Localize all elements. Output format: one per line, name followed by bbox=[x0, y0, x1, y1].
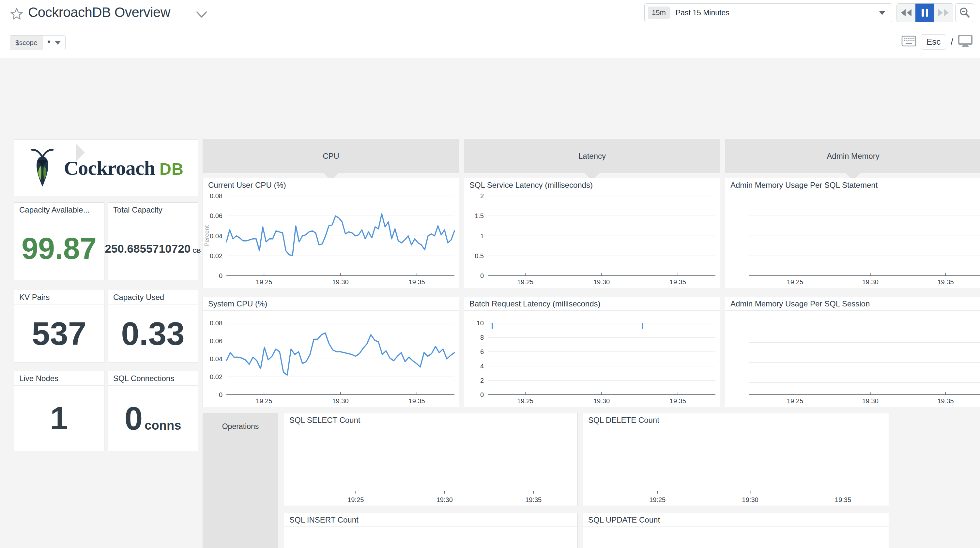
svg-text:2: 2 bbox=[480, 192, 484, 200]
svg-text:0: 0 bbox=[480, 272, 484, 280]
svg-text:19:35: 19:35 bbox=[409, 397, 425, 405]
chart-admin-memory-per-sql-session[interactable]: Admin Memory Usage Per SQL Session 19:25… bbox=[725, 297, 980, 407]
svg-text:19:30: 19:30 bbox=[862, 278, 878, 286]
chart-system-cpu[interactable]: System CPU (%) 00.020.040.060.0819:2519:… bbox=[203, 297, 459, 407]
svg-text:19:25: 19:25 bbox=[787, 278, 803, 286]
svg-text:19:35: 19:35 bbox=[670, 397, 686, 405]
top-bar: CockroachDB Overview 15m Past 15 Minutes… bbox=[0, 0, 980, 58]
keyboard-icon[interactable] bbox=[901, 35, 916, 48]
svg-text:19:30: 19:30 bbox=[436, 496, 453, 504]
chart-title: SQL DELETE Count bbox=[583, 413, 889, 427]
svg-text:1: 1 bbox=[480, 232, 484, 240]
stat-title: KV Pairs bbox=[14, 290, 104, 305]
svg-text:0: 0 bbox=[480, 391, 484, 399]
time-range-badge: 15m bbox=[648, 6, 670, 19]
svg-text:10: 10 bbox=[477, 319, 484, 327]
chart-batch-request-latency[interactable]: Batch Request Latency (milliseconds) 024… bbox=[464, 297, 720, 407]
svg-text:Percent: Percent bbox=[203, 225, 210, 246]
chart-sql-delete-count[interactable]: SQL DELETE Count 19:2519:3019:35 bbox=[583, 413, 889, 506]
group-header-admin-memory[interactable]: Admin Memory bbox=[725, 139, 980, 173]
template-variable-scope[interactable]: $scope * bbox=[10, 35, 65, 50]
svg-text:19:30: 19:30 bbox=[332, 397, 348, 405]
time-range-label: Past 15 Minutes bbox=[676, 8, 729, 17]
group-header-operations[interactable]: Operations bbox=[203, 413, 278, 548]
chart-title: SQL INSERT Count bbox=[284, 513, 578, 527]
svg-text:0: 0 bbox=[219, 391, 223, 399]
svg-text:6: 6 bbox=[480, 348, 484, 355]
svg-text:19:30: 19:30 bbox=[593, 397, 610, 405]
chart-sql-service-latency[interactable]: SQL Service Latency (milliseconds) 00.51… bbox=[464, 178, 720, 288]
svg-text:19:35: 19:35 bbox=[670, 278, 686, 286]
group-header-latency[interactable]: Latency bbox=[464, 139, 720, 173]
scope-variable-value: * bbox=[48, 38, 51, 47]
title-chevron-down-icon[interactable] bbox=[196, 10, 207, 19]
svg-text:19:25: 19:25 bbox=[347, 496, 364, 504]
svg-text:19:30: 19:30 bbox=[593, 278, 610, 286]
stat-title: Total Capacity bbox=[108, 203, 198, 217]
svg-text:0.02: 0.02 bbox=[210, 252, 223, 259]
stat-value: 0 bbox=[125, 402, 143, 435]
svg-text:0.06: 0.06 bbox=[210, 212, 223, 219]
stat-panel-live-nodes[interactable]: Live Nodes 1 bbox=[14, 371, 104, 451]
group-label: CPU bbox=[323, 152, 339, 161]
chart-title: SQL Service Latency (milliseconds) bbox=[464, 178, 720, 192]
playback-controls bbox=[896, 3, 953, 22]
fast-forward-button[interactable] bbox=[934, 3, 953, 22]
chart-title: Admin Memory Usage Per SQL Session bbox=[725, 297, 980, 311]
group-label: Admin Memory bbox=[827, 152, 879, 161]
svg-text:0.08: 0.08 bbox=[210, 319, 223, 327]
svg-text:19:35: 19:35 bbox=[937, 397, 954, 405]
stat-value: 1 bbox=[50, 402, 68, 434]
group-header-cpu[interactable]: CPU bbox=[203, 139, 459, 173]
favorite-star-icon[interactable] bbox=[10, 7, 24, 21]
group-label: Operations bbox=[203, 413, 278, 431]
stat-title: Capacity Used bbox=[108, 290, 198, 305]
chart-title: SQL SELECT Count bbox=[284, 413, 578, 427]
stat-value: 99.87 bbox=[22, 233, 97, 264]
svg-text:19:25: 19:25 bbox=[517, 397, 533, 405]
svg-text:8: 8 bbox=[480, 334, 484, 341]
stat-title: Live Nodes bbox=[14, 371, 104, 386]
pause-button[interactable] bbox=[915, 3, 934, 22]
time-range-picker[interactable]: 15m Past 15 Minutes bbox=[644, 3, 892, 22]
stat-panel-total-capacity[interactable]: Total Capacity 250.6855710720GB bbox=[108, 202, 198, 280]
scope-variable-label: $scope bbox=[10, 35, 43, 50]
svg-text:0.06: 0.06 bbox=[210, 337, 223, 345]
cockroach-bug-icon bbox=[28, 148, 57, 188]
tv-mode-icon[interactable] bbox=[958, 35, 973, 49]
stat-unit: conns bbox=[145, 419, 181, 432]
svg-text:19:30: 19:30 bbox=[332, 278, 348, 286]
chart-title: System CPU (%) bbox=[203, 297, 459, 311]
chart-admin-memory-per-sql-statement[interactable]: Admin Memory Usage Per SQL Statement 19:… bbox=[725, 178, 980, 288]
chart-title: Current User CPU (%) bbox=[203, 178, 459, 192]
time-range-caret-icon bbox=[879, 11, 885, 15]
stat-panel-capacity-used[interactable]: Capacity Used 0.33 bbox=[108, 290, 198, 363]
stat-value: 250.6855710720 bbox=[105, 243, 191, 254]
svg-text:0: 0 bbox=[219, 272, 223, 280]
esc-button[interactable]: Esc bbox=[921, 34, 946, 49]
chart-title: Admin Memory Usage Per SQL Statement bbox=[725, 178, 980, 192]
magnifier-minus-icon bbox=[958, 6, 971, 19]
dashboard-canvas: CockroachDB Capacity Available... 99.87 … bbox=[0, 58, 980, 548]
group-label: Latency bbox=[578, 152, 606, 161]
svg-text:2: 2 bbox=[480, 377, 484, 384]
svg-text:0.5: 0.5 bbox=[475, 252, 484, 259]
stat-unit: GB bbox=[192, 248, 201, 254]
svg-text:0.08: 0.08 bbox=[210, 192, 223, 200]
svg-text:19:25: 19:25 bbox=[517, 278, 533, 286]
rewind-button[interactable] bbox=[897, 3, 915, 22]
svg-text:19:25: 19:25 bbox=[649, 496, 665, 504]
chart-sql-select-count[interactable]: SQL SELECT Count 19:2519:3019:35 bbox=[284, 413, 578, 506]
chart-sql-insert-count[interactable]: SQL INSERT Count 19:2519:3019:35 bbox=[284, 513, 578, 548]
chart-current-user-cpu[interactable]: Current User CPU (%) 00.020.040.060.0819… bbox=[203, 178, 459, 288]
svg-text:0.04: 0.04 bbox=[210, 232, 223, 240]
slash-separator: / bbox=[951, 37, 953, 47]
group-notch bbox=[76, 143, 85, 162]
stat-panel-kv-pairs[interactable]: KV Pairs 537 bbox=[14, 290, 104, 363]
svg-text:1.5: 1.5 bbox=[475, 212, 484, 219]
chart-sql-update-count[interactable]: SQL UPDATE Count 19:2519:3019:35 bbox=[583, 513, 889, 548]
svg-text:19:35: 19:35 bbox=[835, 496, 851, 504]
stat-panel-sql-connections[interactable]: SQL Connections 0conns bbox=[108, 371, 198, 451]
stat-panel-capacity-available[interactable]: Capacity Available... 99.87 bbox=[14, 202, 104, 280]
zoom-out-button[interactable] bbox=[955, 3, 974, 22]
